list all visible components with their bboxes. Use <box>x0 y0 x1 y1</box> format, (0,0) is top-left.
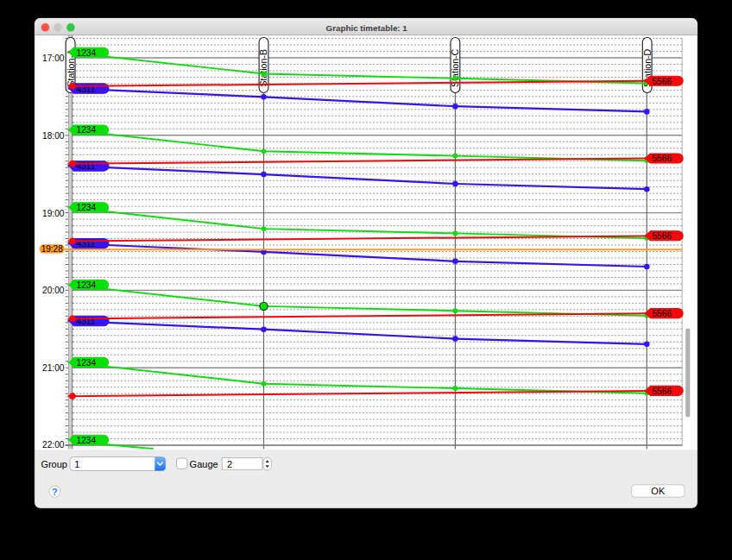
svg-text:5566: 5566 <box>652 231 672 241</box>
svg-text:21:00: 21:00 <box>42 363 65 373</box>
svg-text:19:28: 19:28 <box>41 244 63 254</box>
svg-text:17:00: 17:00 <box>42 53 65 63</box>
svg-text:1234: 1234 <box>77 436 97 445</box>
svg-text:Station-C: Station-C <box>450 48 460 87</box>
svg-text:5566: 5566 <box>652 77 672 86</box>
svg-text:?: ? <box>52 487 58 497</box>
svg-text:Graphic timetable: 1: Graphic timetable: 1 <box>326 23 408 33</box>
svg-text:Station-B: Station-B <box>259 49 269 87</box>
svg-text:19:00: 19:00 <box>42 209 65 218</box>
svg-text:5566: 5566 <box>652 309 672 318</box>
svg-text:1234: 1234 <box>77 125 97 135</box>
svg-text:22:00: 22:00 <box>42 440 65 450</box>
svg-text:Gauge: Gauge <box>190 459 218 469</box>
svg-text:Group: Group <box>41 459 67 469</box>
svg-text:OK: OK <box>651 486 666 496</box>
svg-text:20:00: 20:00 <box>42 286 65 295</box>
svg-text:1234: 1234 <box>77 203 97 212</box>
svg-text:5566: 5566 <box>652 387 672 396</box>
svg-text:1234: 1234 <box>77 358 97 368</box>
svg-text:5566: 5566 <box>652 154 672 163</box>
svg-text:1: 1 <box>74 459 79 469</box>
svg-text:1234: 1234 <box>77 280 97 290</box>
svg-text:2: 2 <box>227 459 232 469</box>
svg-text:18:00: 18:00 <box>42 131 65 141</box>
svg-text:1234: 1234 <box>77 48 97 58</box>
